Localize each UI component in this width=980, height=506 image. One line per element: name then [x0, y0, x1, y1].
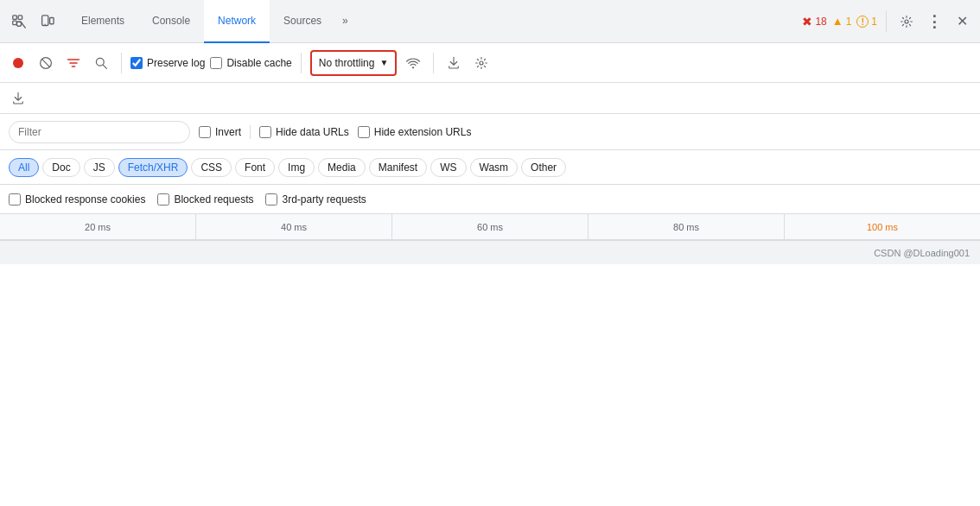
timeline-area: 20 ms40 ms60 ms80 ms100 ms: [0, 214, 980, 240]
svg-rect-2: [13, 21, 16, 25]
timeline-header: 20 ms40 ms60 ms80 ms100 ms: [0, 214, 980, 240]
bottom-bar: CSDN @DLoading001: [0, 240, 980, 264]
hide-extension-urls-checkbox-label[interactable]: Hide extension URLs: [358, 126, 472, 138]
close-devtools-icon[interactable]: ✕: [951, 10, 973, 33]
blocked-cookies-checkbox[interactable]: [9, 193, 21, 206]
tab-network[interactable]: Network: [204, 0, 270, 43]
error-badge: ✖ 18: [802, 15, 826, 28]
blocked-row: Blocked response cookies Blocked request…: [0, 185, 980, 214]
type-filter-btn-js[interactable]: JS: [84, 158, 115, 177]
network-settings-button[interactable]: [470, 52, 493, 74]
toolbar-divider-3: [433, 53, 434, 73]
kebab-menu-icon[interactable]: ⋮: [923, 10, 945, 33]
download-button[interactable]: [7, 87, 29, 110]
type-filter-btn-wasm[interactable]: Wasm: [470, 158, 519, 177]
filter-row: Invert Hide data URLs Hide extension URL…: [0, 114, 980, 150]
invert-checkbox[interactable]: [199, 126, 211, 138]
chevron-down-icon: ▼: [379, 58, 388, 67]
blocked-cookies-checkbox-label[interactable]: Blocked response cookies: [9, 193, 145, 206]
clear-button[interactable]: [35, 52, 57, 74]
blocked-requests-checkbox-label[interactable]: Blocked requests: [157, 193, 253, 206]
throttle-dropdown[interactable]: No throttling ▼: [310, 50, 398, 76]
disable-cache-checkbox-label[interactable]: Disable cache: [210, 57, 291, 69]
svg-rect-5: [50, 17, 54, 23]
watermark-text: CSDN @DLoading001: [874, 248, 970, 258]
timeline-col-3: 60 ms: [392, 214, 589, 239]
hide-data-urls-checkbox[interactable]: [259, 126, 271, 138]
devtools-cursor-icon[interactable]: [7, 9, 31, 34]
svg-line-10: [41, 59, 50, 67]
preserve-log-checkbox-label[interactable]: Preserve log: [130, 57, 205, 69]
preserve-log-checkbox[interactable]: [130, 57, 143, 69]
info-badge: ! 1: [856, 16, 877, 28]
network-toolbar: Preserve log Disable cache No throttling…: [0, 43, 980, 83]
search-button[interactable]: [90, 52, 112, 74]
invert-checkbox-label[interactable]: Invert: [199, 126, 241, 138]
record-button[interactable]: [7, 52, 29, 74]
type-filter-btn-manifest[interactable]: Manifest: [369, 158, 427, 177]
type-filter-btn-other[interactable]: Other: [521, 158, 566, 177]
type-filter-btn-img[interactable]: Img: [278, 158, 315, 177]
type-filter-btn-doc[interactable]: Doc: [42, 158, 80, 177]
timeline-col-5: 100 ms: [785, 214, 980, 239]
svg-line-12: [103, 65, 106, 68]
toolbar2: [0, 83, 980, 114]
tab-elements[interactable]: Elements: [67, 0, 138, 43]
tabs-container: Elements Console Network Sources »: [67, 0, 800, 43]
svg-point-8: [13, 58, 23, 68]
network-conditions-icon[interactable]: [402, 52, 424, 74]
toolbar-divider-2: [301, 53, 302, 73]
hide-extension-urls-checkbox[interactable]: [358, 126, 370, 138]
import-button[interactable]: [442, 52, 465, 74]
disable-cache-checkbox[interactable]: [210, 57, 222, 69]
settings-gear-icon[interactable]: [895, 10, 918, 33]
svg-point-13: [412, 66, 414, 68]
type-filter-btn-fetch-xhr[interactable]: Fetch/XHR: [118, 158, 188, 177]
svg-rect-1: [18, 15, 22, 19]
toolbar-divider-1: [121, 53, 122, 73]
timeline-col-2: 40 ms: [196, 214, 392, 239]
tab-sources[interactable]: Sources: [270, 0, 335, 43]
filter-input[interactable]: [18, 126, 181, 138]
svg-point-6: [44, 23, 45, 24]
divider: [886, 11, 887, 32]
type-filter-row: AllDocJSFetch/XHRCSSFontImgMediaManifest…: [0, 150, 980, 185]
third-party-requests-checkbox[interactable]: [265, 193, 277, 206]
type-filter-btn-css[interactable]: CSS: [191, 158, 232, 177]
warning-badge: ▲ 1: [832, 15, 852, 28]
svg-rect-0: [13, 15, 16, 19]
svg-point-14: [480, 61, 483, 65]
blocked-requests-checkbox[interactable]: [157, 193, 169, 206]
filter-icon-button[interactable]: [62, 52, 85, 74]
hide-data-urls-checkbox-label[interactable]: Hide data URLs: [259, 126, 349, 138]
tab-bar-right: ✖ 18 ▲ 1 ! 1 ⋮ ✕: [802, 10, 973, 33]
type-filter-btn-ws[interactable]: WS: [430, 158, 466, 177]
filter-input-container: [9, 121, 190, 143]
filter-options: Invert Hide data URLs Hide extension URL…: [199, 125, 471, 139]
filter-sep-1: [250, 125, 251, 139]
svg-point-7: [905, 20, 908, 23]
timeline-col-4: 80 ms: [589, 214, 785, 239]
timeline-col-1: 20 ms: [0, 214, 196, 239]
type-filter-btn-media[interactable]: Media: [318, 158, 366, 177]
tab-console[interactable]: Console: [138, 0, 204, 43]
tab-bar-left: [7, 9, 59, 34]
devtools-mobile-icon[interactable]: [35, 9, 59, 34]
tab-more[interactable]: »: [335, 0, 355, 43]
svg-point-11: [96, 58, 104, 66]
third-party-requests-checkbox-label[interactable]: 3rd-party requests: [265, 193, 366, 206]
svg-point-3: [16, 22, 21, 26]
tab-bar: Elements Console Network Sources » ✖ 18 …: [0, 0, 980, 43]
type-filter-btn-font[interactable]: Font: [235, 158, 275, 177]
type-filter-btn-all[interactable]: All: [9, 158, 39, 177]
